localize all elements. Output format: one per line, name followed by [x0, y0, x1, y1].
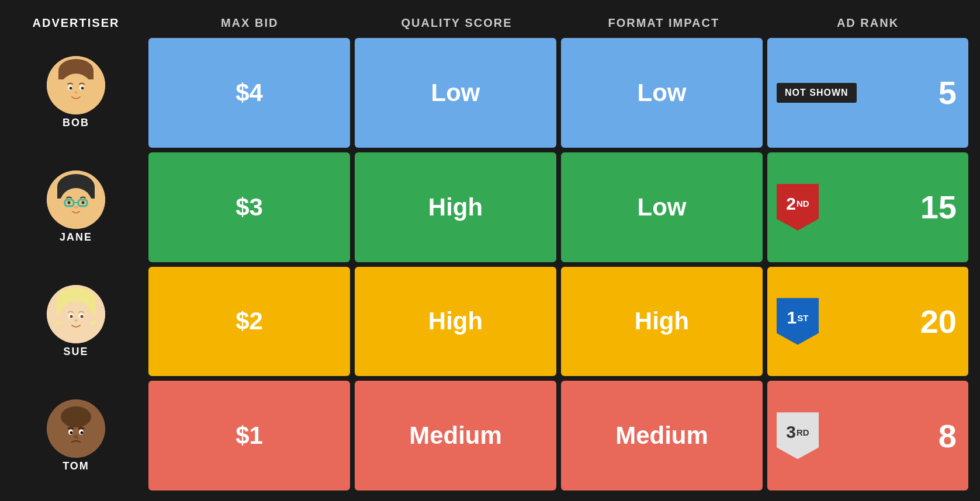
row-tom: TOM $1 Medium Medium 3RD 8 — [6, 381, 968, 490]
svg-point-37 — [61, 406, 91, 427]
quality-tom: Medium — [355, 381, 556, 490]
svg-point-20 — [74, 206, 78, 208]
svg-point-19 — [82, 201, 85, 204]
not-shown-badge: NOT SHOWN — [777, 83, 857, 103]
svg-point-34 — [89, 314, 95, 322]
badge-suffix-2nd: ND — [797, 199, 809, 208]
adrank-bob: NOT SHOWN 5 — [767, 38, 968, 148]
main-grid: ADVERTISER MAX BID QUALITY SCORE FORMAT … — [0, 0, 980, 501]
rank-badge-2nd: 2ND — [777, 184, 819, 231]
avatar-bob — [47, 56, 105, 114]
maxbid-tom: $1 — [148, 381, 350, 490]
format-bob: Low — [561, 38, 763, 148]
maxbid-jane: $3 — [148, 152, 350, 262]
svg-point-10 — [89, 86, 95, 94]
adrank-tom: 3RD 8 — [767, 381, 968, 490]
advertiser-sue: SUE — [6, 267, 146, 377]
badge-body-3rd: 3RD — [777, 412, 819, 459]
badge-body-2nd: 2ND — [777, 184, 819, 231]
svg-point-41 — [81, 431, 84, 434]
badge-body-1st: 1ST — [777, 298, 819, 345]
header-quality: QUALITY SCORE — [353, 16, 560, 30]
avatar-sue — [47, 285, 105, 343]
rank-badge-3rd: 3RD — [777, 412, 819, 459]
adrank-number-tom: 8 — [939, 417, 957, 455]
badge-number-1st: 1 — [787, 308, 797, 328]
adrank-number-jane: 15 — [920, 188, 957, 226]
format-tom: Medium — [561, 381, 763, 490]
adrank-jane: 2ND 15 — [767, 152, 968, 262]
advertiser-bob: BOB — [6, 38, 146, 148]
svg-point-31 — [81, 315, 84, 318]
badge-suffix-1st: ST — [797, 313, 808, 323]
badge-suffix-3rd: RD — [797, 427, 809, 437]
svg-point-44 — [90, 429, 97, 438]
adrank-number-sue: 20 — [920, 302, 957, 340]
adrank-sue: 1ST 20 — [767, 267, 968, 377]
maxbid-bob: $4 — [148, 38, 350, 148]
svg-point-42 — [74, 435, 78, 439]
quality-jane: High — [355, 152, 556, 262]
badge-number-3rd: 3 — [786, 422, 796, 442]
svg-point-33 — [57, 314, 63, 322]
row-sue: SUE $2 High High 1ST 20 — [6, 267, 968, 377]
svg-point-22 — [89, 200, 95, 208]
advertiser-tom: TOM — [6, 381, 146, 490]
svg-point-18 — [68, 201, 71, 204]
svg-point-9 — [57, 86, 63, 94]
format-sue: High — [561, 267, 763, 377]
row-bob: BOB $4 Low Low NOT SHOWN 5 — [6, 38, 968, 148]
header-row: ADVERTISER MAX BID QUALITY SCORE FORMAT … — [6, 6, 968, 36]
advertiser-name-bob: BOB — [63, 117, 89, 129]
quality-sue: High — [355, 267, 556, 377]
advertiser-name-jane: JANE — [60, 231, 92, 243]
row-jane: JANE $3 High Low 2ND 15 — [6, 152, 968, 262]
svg-point-32 — [74, 319, 78, 322]
svg-point-7 — [81, 87, 84, 90]
svg-point-43 — [55, 429, 62, 438]
data-rows: BOB $4 Low Low NOT SHOWN 5 — [6, 36, 968, 495]
quality-bob: Low — [355, 38, 556, 148]
svg-point-40 — [70, 431, 73, 434]
adrank-number-bob: 5 — [939, 74, 957, 112]
svg-point-6 — [70, 87, 72, 90]
avatar-jane — [47, 171, 105, 229]
svg-point-21 — [57, 200, 63, 208]
rank-badge-1st: 1ST — [777, 298, 819, 345]
avatar-tom — [47, 399, 105, 458]
header-maxbid: MAX BID — [146, 16, 353, 30]
svg-point-8 — [74, 91, 78, 93]
maxbid-sue: $2 — [148, 267, 350, 377]
header-format: FORMAT IMPACT — [560, 16, 767, 30]
svg-point-30 — [70, 315, 73, 318]
header-advertiser: ADVERTISER — [6, 16, 146, 30]
svg-point-3 — [60, 74, 92, 106]
header-adrank: AD RANK — [767, 16, 968, 30]
advertiser-name-sue: SUE — [63, 346, 88, 358]
format-jane: Low — [561, 152, 763, 262]
badge-number-2nd: 2 — [786, 194, 796, 214]
advertiser-jane: JANE — [6, 152, 146, 262]
svg-point-27 — [60, 301, 92, 334]
advertiser-name-tom: TOM — [63, 460, 89, 472]
